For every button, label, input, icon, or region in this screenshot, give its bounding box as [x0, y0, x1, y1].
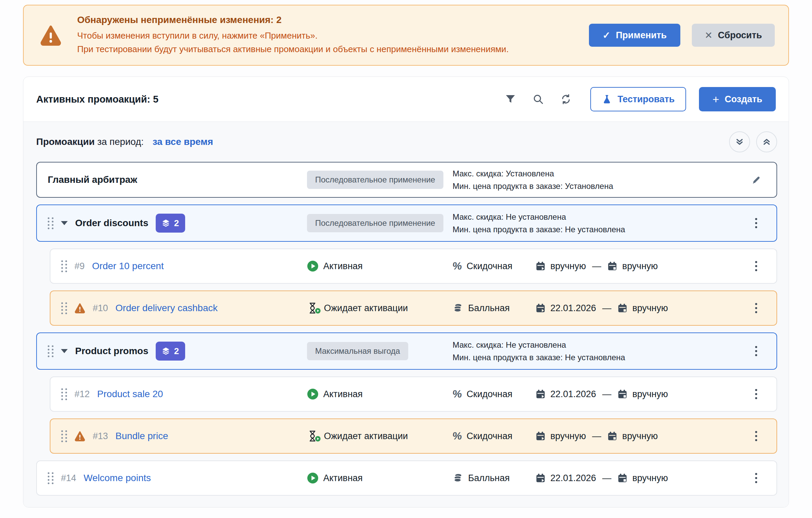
date-separator: — [602, 303, 611, 314]
group-details: Макс. скидка: Не установлена Мин. цена п… [453, 211, 749, 236]
pending-hourglass-icon [307, 302, 319, 314]
pending-hourglass-icon [307, 430, 319, 442]
row-menu-button[interactable] [749, 342, 764, 361]
period-link[interactable]: за все время [153, 136, 213, 147]
calendar-end-icon [607, 431, 617, 441]
period-subheader: Промоакции за период: за все время [23, 122, 789, 160]
promo-status: Ожидает активации [324, 431, 408, 441]
drag-handle[interactable] [61, 302, 67, 314]
promo-type: Скидочная [467, 389, 512, 400]
end-date: вручную [632, 473, 668, 483]
expand-all-button[interactable] [729, 131, 750, 152]
end-date: вручную [622, 431, 658, 441]
percent-icon: % [452, 430, 462, 442]
promo-status: Активная [323, 261, 363, 272]
promotions-list: Главный арбитраж Последовательное примен… [23, 160, 789, 496]
warning-triangle-icon [74, 431, 85, 441]
promo-row-9: #9 Order 10 percent Активная % Скидочная [50, 249, 777, 284]
collapse-caret-icon[interactable] [61, 221, 68, 225]
promo-title-link[interactable]: Welcome points [84, 473, 151, 483]
search-button[interactable] [531, 92, 546, 107]
period-label: Промоакции за период: [36, 136, 144, 147]
close-icon: ✕ [705, 30, 712, 41]
warning-triangle-icon [40, 24, 62, 46]
min-price-line: Мин. цена продукта в заказе: Установлена [453, 180, 749, 192]
drag-handle[interactable] [61, 388, 67, 400]
drag-handle[interactable] [48, 345, 53, 357]
period-label-bold: Промоакции [36, 136, 95, 147]
active-play-icon [307, 260, 319, 272]
coins-icon [453, 473, 463, 483]
row-menu-button[interactable] [749, 469, 764, 488]
filter-button[interactable] [503, 92, 518, 107]
apply-button-label: Применить [616, 30, 666, 41]
row-menu-button[interactable] [749, 385, 764, 404]
test-button[interactable]: Тестировать [590, 87, 686, 111]
drag-handle[interactable] [48, 217, 53, 229]
end-date: вручную [632, 303, 668, 314]
group-count-value: 2 [174, 218, 179, 229]
start-date: 22.01.2026 [550, 389, 596, 400]
group-title: Product promos [75, 346, 148, 357]
reset-button-label: Сбросить [718, 30, 762, 41]
row-menu-button[interactable] [749, 427, 764, 446]
date-separator: — [592, 431, 601, 441]
start-date: вручную [550, 431, 586, 441]
promo-title-link[interactable]: Order delivery cashback [115, 303, 218, 314]
percent-icon: % [452, 388, 462, 400]
promo-title-link[interactable]: Order 10 percent [92, 261, 164, 272]
drag-handle[interactable] [61, 260, 67, 272]
calendar-start-icon [535, 303, 546, 313]
group-details: Макс. скидка: Не установлена Мин. цена п… [453, 339, 749, 364]
create-button-label: Создать [725, 94, 762, 105]
promo-status: Активная [323, 473, 363, 483]
promo-id: #14 [61, 473, 76, 483]
banner-line-2: При тестировании будут учитываться актив… [77, 42, 579, 56]
group-count-value: 2 [174, 346, 179, 357]
row-menu-button[interactable] [749, 214, 764, 233]
edit-arbitration-button[interactable] [749, 172, 764, 187]
warning-triangle-icon [74, 303, 85, 314]
promotions-card: Активных промоакций: 5 [23, 77, 789, 508]
row-menu-button[interactable] [749, 299, 764, 318]
min-price-line: Мин. цена продукта в заказе: Не установл… [453, 223, 749, 236]
arbitration-details: Макс. скидка: Установлена Мин. цена прод… [453, 167, 749, 192]
promotions-panel: Промоакции за период: за все время [23, 122, 789, 507]
start-date: вручную [550, 261, 586, 272]
card-header: Активных промоакций: 5 [23, 77, 789, 122]
refresh-icon [561, 94, 571, 105]
promo-row-12: #12 Product sale 20 Активная % Скидочная [50, 376, 777, 412]
group-row-order-discounts: Order discounts 2 Последовательное приме… [36, 204, 777, 242]
promo-title-link[interactable]: Product sale 20 [97, 389, 163, 400]
layers-icon [162, 219, 170, 227]
promo-type: Балльная [468, 473, 510, 483]
active-play-icon [307, 472, 319, 484]
promo-status: Ожидает активации [324, 303, 408, 314]
reset-button[interactable]: ✕ Сбросить [692, 24, 775, 47]
apply-button[interactable]: ✓ Применить [589, 24, 680, 47]
arbitration-row: Главный арбитраж Последовательное примен… [36, 162, 777, 198]
pencil-icon [751, 174, 762, 185]
banner-line-1: Чтобы изменения вступили в силу, нажмите… [77, 29, 579, 42]
group-row-product-promos: Product promos 2 Максимальная выгода Мак… [36, 332, 777, 370]
drag-handle[interactable] [48, 472, 53, 484]
arbitration-title: Главный арбитраж [48, 174, 137, 185]
date-separator: — [602, 473, 611, 483]
promo-title-link[interactable]: Bundle price [115, 431, 168, 441]
row-menu-button[interactable] [749, 257, 764, 276]
end-date: вручную [632, 389, 668, 400]
collapse-caret-icon[interactable] [61, 349, 68, 353]
layers-icon [162, 347, 170, 355]
coins-icon [453, 303, 463, 314]
max-discount-line: Макс. скидка: Установлена [453, 167, 749, 180]
calendar-end-icon [617, 303, 628, 313]
filter-icon [505, 94, 516, 105]
calendar-start-icon [535, 473, 546, 483]
start-date: 22.01.2026 [550, 473, 596, 483]
create-button[interactable]: + Создать [699, 87, 776, 111]
promo-row-13: #13 Bundle price Ожидает активации % Ски… [50, 418, 777, 454]
application-mode-pill: Последовательное применение [307, 214, 443, 232]
collapse-all-button[interactable] [756, 131, 777, 152]
refresh-button[interactable] [558, 92, 573, 107]
drag-handle[interactable] [61, 430, 67, 442]
